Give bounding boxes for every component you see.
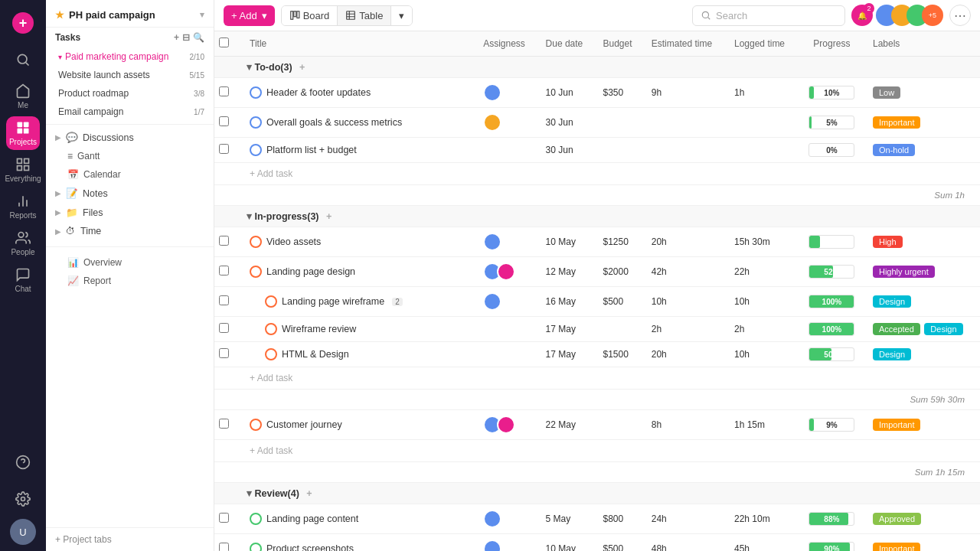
task-group-product[interactable]: Product roadmap 3/8 bbox=[46, 84, 214, 103]
header-checkbox[interactable] bbox=[214, 31, 242, 57]
notes-label: Notes bbox=[83, 188, 108, 199]
sidebar-calendar[interactable]: 📅 Calendar bbox=[46, 165, 214, 184]
sidebar-gantt[interactable]: ≡ Gantt bbox=[46, 147, 214, 165]
sidebar-time[interactable]: ▶ ⏱ Time bbox=[46, 222, 214, 240]
group-add-todo[interactable]: + bbox=[299, 62, 305, 73]
status-dot bbox=[250, 513, 262, 525]
everything-button[interactable]: Everything bbox=[6, 153, 40, 187]
add-project-tabs[interactable]: + Project tabs bbox=[55, 534, 204, 545]
estimated-time: 2h bbox=[652, 324, 662, 334]
svg-line-25 bbox=[708, 18, 710, 20]
budget: $2000 bbox=[603, 266, 628, 277]
task-name[interactable]: HTML & Design bbox=[282, 349, 349, 360]
notification-icons: 🔔 2 +5 bbox=[851, 5, 943, 26]
comment-count: 2 bbox=[392, 298, 403, 306]
task-name[interactable]: Landing page content bbox=[266, 514, 358, 524]
budget: $1250 bbox=[603, 236, 628, 247]
task-name[interactable]: Video assets bbox=[266, 236, 321, 247]
search-rail-button[interactable] bbox=[6, 43, 40, 77]
svg-rect-9 bbox=[24, 166, 29, 171]
group-add-inprogress[interactable]: + bbox=[326, 211, 332, 222]
filter-icon[interactable]: ⊟ bbox=[182, 32, 190, 43]
home-button[interactable]: Me bbox=[6, 80, 40, 113]
task-item-name: Website launch assets bbox=[58, 70, 150, 80]
table-row: Product screenshots 10 May $500 48h 45h bbox=[214, 534, 980, 552]
projects-button[interactable]: Projects bbox=[6, 116, 40, 150]
due-date: 16 May bbox=[546, 296, 576, 307]
assignee-avatar bbox=[483, 292, 501, 311]
task-name[interactable]: Platform list + budget bbox=[266, 145, 357, 155]
sidebar-discussions[interactable]: ▶ 💬 Discussions bbox=[46, 128, 214, 147]
chat-label: Chat bbox=[15, 285, 31, 293]
task-group-email[interactable]: Email campaign 1/7 bbox=[46, 103, 214, 121]
table-row: Overall goals & success metrics 30 Jun bbox=[214, 108, 980, 138]
sidebar-notes[interactable]: ▶ 📝 Notes bbox=[46, 184, 214, 203]
due-date: 10 Jun bbox=[546, 87, 573, 98]
status-dot bbox=[250, 236, 262, 248]
more-options-button[interactable]: ⋯ bbox=[949, 5, 971, 26]
tasks-header: Tasks + ⊟ 🔍 bbox=[46, 28, 214, 47]
budget: $800 bbox=[603, 514, 623, 524]
task-name[interactable]: Wireframe review bbox=[282, 324, 356, 334]
sum-cj: Sum 1h 15m bbox=[727, 462, 980, 483]
group-toggle-inprogress[interactable]: ▾ bbox=[247, 211, 252, 222]
add-task-row-inprogress[interactable]: + Add task bbox=[214, 367, 980, 390]
search-box[interactable]: Search bbox=[692, 5, 845, 26]
task-name[interactable]: Overall goals & success metrics bbox=[266, 117, 402, 128]
status-dot bbox=[265, 295, 277, 308]
assignee-avatar bbox=[497, 416, 515, 434]
group-toggle-review[interactable]: ▾ bbox=[247, 488, 252, 499]
everything-label: Everything bbox=[5, 174, 41, 183]
user-avatar[interactable]: U bbox=[10, 519, 36, 545]
logged-time: 10h bbox=[734, 349, 750, 360]
more-users[interactable]: +5 bbox=[922, 5, 943, 26]
project-header[interactable]: ★ PH paid campaign ▾ bbox=[46, 0, 214, 28]
notification-bell[interactable]: 🔔 2 bbox=[851, 5, 873, 26]
reports-button[interactable]: Reports bbox=[6, 190, 40, 223]
notif-count: 2 bbox=[864, 3, 874, 14]
people-label: People bbox=[11, 248, 34, 256]
due-date: 30 Jun bbox=[546, 117, 573, 128]
task-group-website[interactable]: Website launch assets 5/15 bbox=[46, 66, 214, 84]
add-button[interactable]: + Add ▾ bbox=[224, 5, 275, 26]
add-task-row-cj[interactable]: + Add task bbox=[214, 440, 980, 462]
search-task-icon[interactable]: 🔍 bbox=[193, 32, 204, 43]
help-button[interactable] bbox=[6, 445, 40, 479]
task-name[interactable]: Header & footer updates bbox=[266, 87, 371, 98]
estimated-time: 48h bbox=[652, 543, 667, 551]
task-name[interactable]: Landing page design bbox=[266, 266, 355, 277]
icon-rail: + Me Projects Everything Reports People … bbox=[0, 0, 46, 551]
chevron-icon: ▾ bbox=[262, 10, 267, 21]
progress-bar: 100% bbox=[806, 295, 858, 308]
sidebar-overview[interactable]: 📊 Overview bbox=[46, 253, 214, 272]
chat-button[interactable]: Chat bbox=[6, 263, 40, 297]
table-row: Wireframe review 17 May 2h 2h 100% bbox=[214, 317, 980, 342]
assignee-avatar bbox=[483, 233, 501, 251]
people-button[interactable]: People bbox=[6, 227, 40, 260]
add-button[interactable]: + bbox=[6, 6, 40, 40]
label-badge: Design bbox=[873, 348, 911, 360]
estimated-time: 42h bbox=[652, 266, 667, 277]
group-toggle-todo[interactable]: ▾ bbox=[247, 62, 252, 73]
add-task-row-todo[interactable]: + Add task bbox=[214, 163, 980, 185]
status-dot bbox=[250, 266, 262, 278]
report-label: Report bbox=[83, 276, 111, 286]
task-name[interactable]: Customer journey bbox=[266, 419, 342, 430]
group-review-header: ▾ Review(4) + bbox=[214, 483, 980, 504]
progress-bar: 24% bbox=[806, 235, 858, 249]
time-label: Time bbox=[80, 226, 101, 236]
sidebar-files[interactable]: ▶ 📁 Files bbox=[46, 203, 214, 222]
task-name[interactable]: Product screenshots bbox=[266, 543, 354, 551]
task-group-paid[interactable]: ▾ Paid marketing campaign 2/10 bbox=[46, 47, 214, 66]
task-name[interactable]: Landing page wireframe bbox=[282, 296, 384, 307]
svg-rect-20 bbox=[347, 11, 355, 20]
assignee-avatar bbox=[483, 540, 501, 551]
sidebar-report[interactable]: 📈 Report bbox=[46, 272, 214, 290]
table-view-button[interactable]: Table bbox=[338, 6, 391, 25]
more-view-button[interactable]: ▾ bbox=[391, 6, 412, 25]
group-add-review[interactable]: + bbox=[306, 488, 312, 499]
settings-button[interactable] bbox=[6, 482, 40, 516]
board-view-button[interactable]: Board bbox=[282, 6, 338, 25]
status-dot bbox=[265, 348, 277, 360]
add-task-icon[interactable]: + bbox=[174, 32, 179, 43]
